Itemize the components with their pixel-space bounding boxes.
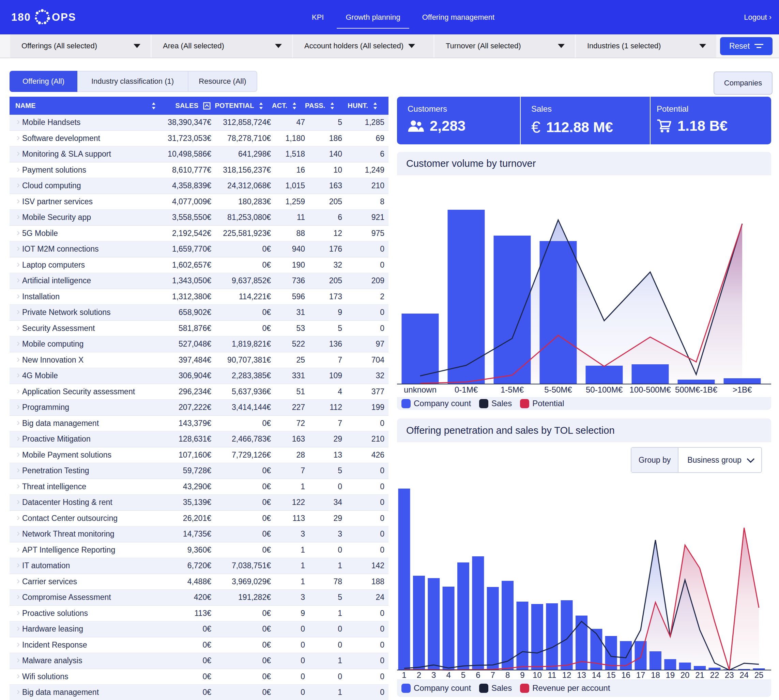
svg-text:15: 15 — [607, 670, 616, 679]
svg-text:50-100M€: 50-100M€ — [586, 385, 623, 394]
svg-text:17: 17 — [636, 670, 645, 679]
svg-text:19: 19 — [665, 670, 675, 679]
svg-text:>1B€: >1B€ — [733, 385, 752, 394]
svg-text:5-50M€: 5-50M€ — [544, 385, 572, 394]
svg-text:1: 1 — [402, 670, 406, 679]
svg-text:14: 14 — [592, 670, 601, 679]
svg-text:4: 4 — [446, 670, 450, 679]
svg-text:11: 11 — [548, 670, 556, 679]
svg-text:100-500M€: 100-500M€ — [629, 385, 671, 394]
svg-text:0-1M€: 0-1M€ — [455, 385, 478, 394]
svg-text:5: 5 — [461, 670, 465, 679]
svg-text:24: 24 — [739, 670, 749, 679]
svg-text:9: 9 — [520, 670, 525, 679]
svg-text:3: 3 — [431, 670, 436, 679]
svg-text:12: 12 — [562, 670, 572, 679]
svg-text:18: 18 — [651, 670, 660, 679]
svg-text:8: 8 — [505, 670, 510, 679]
svg-text:25: 25 — [754, 670, 764, 679]
svg-text:180: 180 — [11, 11, 31, 23]
svg-text:23: 23 — [725, 670, 734, 679]
svg-text:1-5M€: 1-5M€ — [501, 385, 524, 394]
svg-text:21: 21 — [695, 670, 704, 679]
svg-text:7: 7 — [491, 670, 495, 679]
svg-text:6: 6 — [476, 670, 480, 679]
svg-text:16: 16 — [621, 670, 630, 679]
svg-text:22: 22 — [710, 670, 719, 679]
svg-text:OPS: OPS — [52, 11, 76, 23]
svg-text:13: 13 — [577, 670, 586, 679]
svg-text:20: 20 — [680, 670, 690, 679]
svg-text:500M€-1B€: 500M€-1B€ — [675, 385, 718, 394]
svg-text:unknown: unknown — [404, 385, 436, 394]
svg-text:2: 2 — [417, 670, 421, 679]
svg-text:10: 10 — [533, 670, 542, 679]
